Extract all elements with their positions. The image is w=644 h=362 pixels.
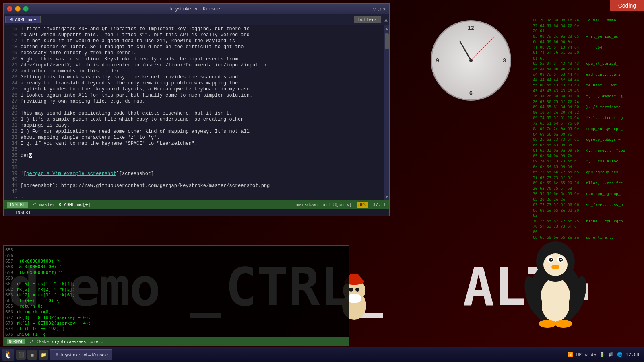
line-text: coming sooner or later. So I thought it …	[21, 44, 244, 50]
status-right: markdown utf-8[unix] 88% 37: 1	[296, 202, 386, 208]
line-number: 40	[5, 177, 17, 183]
clock-center-dot	[469, 59, 473, 62]
line-number: 41	[5, 183, 17, 189]
vim-line-26: 26I looked again into X11 for this part …	[5, 93, 383, 99]
network-icon-2[interactable]: 🌐	[617, 352, 623, 357]
scroll-up[interactable]: ▲	[385, 25, 389, 31]
line-number: 38	[5, 165, 17, 171]
bottom-line: 666rk += rk +=8;	[5, 309, 347, 315]
scroll-thumb[interactable]	[385, 33, 389, 49]
close-icon[interactable]: ✕	[383, 6, 386, 12]
clock-9: 9	[436, 57, 439, 64]
vim-line-25: 25english keycodes to other keyboard lay…	[5, 86, 383, 93]
vim-line-42: 42	[5, 189, 383, 195]
hp-icon[interactable]: HP	[576, 352, 582, 357]
bottom-line: 657 (0x000000f00) ^	[5, 259, 347, 264]
line-number: 32	[5, 129, 17, 135]
line-number: 37	[5, 159, 17, 165]
line-number: 18	[5, 44, 17, 50]
line-text: I'm not sure if it would be a good idea …	[21, 38, 235, 44]
line-text: 2.) For our application we need some oth…	[21, 129, 250, 135]
volume-icon[interactable]: 🔊	[608, 352, 614, 357]
minimize-button[interactable]: −	[15, 6, 21, 12]
maximize-button[interactable]: □	[23, 6, 29, 12]
keyboard-layout[interactable]: de	[591, 352, 596, 357]
line-text: ![gergap's Vim example screenshot][scree…	[21, 171, 154, 177]
close-button[interactable]: ✕	[7, 6, 12, 12]
buffers-button[interactable]: buffers	[354, 16, 381, 23]
line-number: 20	[5, 56, 17, 62]
vim-line-33: 33about mapping single characters like '…	[5, 135, 383, 141]
restore-icon[interactable]: ○	[378, 6, 381, 12]
taskbar-window-konsole[interactable]: 🖥 keystroke : vi – Konsole	[50, 349, 112, 360]
terminal-icon: ▣	[31, 352, 33, 358]
taskbar-clock: 12:08	[626, 352, 639, 357]
bottom-konsole-content[interactable]: 655656657 (0x000000f00) ^658 & 0x00000ff…	[4, 246, 349, 345]
folder-icon: 📁	[41, 352, 47, 358]
svg-point-10	[551, 265, 559, 269]
tux-penguin	[515, 237, 596, 330]
vim-line-32: 322.) For our application we need some o…	[5, 129, 383, 135]
vim-line-27: 27Providing my own mapping file, e.g. de…	[5, 99, 383, 105]
line-number: 34	[5, 141, 17, 147]
line-text: E.g. if you want to map the keyname "SPA…	[21, 141, 197, 147]
line-text: english keycodes to other keyboard layou…	[21, 86, 252, 93]
svg-point-19	[349, 288, 353, 292]
battery-icon[interactable]: 🔋	[599, 352, 605, 357]
clock-3: 3	[503, 57, 506, 64]
line-number: 28	[5, 105, 17, 111]
line-number: 24	[5, 80, 17, 86]
line-number: 36	[5, 153, 17, 159]
line-text: I looked again into X11 for this part bu…	[21, 93, 252, 99]
vim-line-16: 16no API which supports this. Then I tri…	[5, 32, 383, 38]
right-labels-panel	[586, 16, 644, 237]
scrollbar[interactable]: ▲ ▼	[384, 25, 389, 200]
vim-line-31: 31mappings is easy.	[5, 123, 383, 129]
line-text: about mapping single characters like 'z'…	[21, 135, 160, 141]
bottom-file: crypto/aes/aes_core.c	[52, 339, 103, 344]
scroll-down[interactable]: ▼	[385, 194, 389, 200]
bottom-line: 664if (++i == 10) {	[5, 298, 347, 304]
bottom-line: 656	[5, 253, 347, 259]
scroll-up-arrow[interactable]: ▲	[384, 16, 388, 23]
bottom-branch-icon: ⎇	[29, 339, 33, 344]
desktop-icon: ⬛	[18, 352, 24, 358]
taskbar-window-label: keystroke : vi – Konsole	[61, 352, 108, 357]
vim-line-37: 37	[5, 159, 383, 165]
bottom-line: 672rk[0] = GETU32(userkey + 0);	[5, 315, 347, 321]
app-menu-button[interactable]: 🐧	[2, 349, 14, 361]
clock-hour-hand	[459, 41, 471, 61]
clock-widget: 12 3 6 9	[431, 20, 511, 101]
line-text: and other documents in this folder.	[21, 68, 122, 74]
line-number: 23	[5, 74, 17, 80]
taskbar-icon-2[interactable]: ▣	[27, 350, 37, 360]
bottom-statusbar: NORMAL ⎇ CMake crypto/aes/aes_core.c	[4, 337, 349, 346]
taskbar-icon-3[interactable]: 📁	[39, 350, 48, 360]
svg-point-12	[555, 320, 572, 328]
vim-line-~: ~~	[5, 195, 383, 200]
vim-line-29: 29This may sound like duplicating code t…	[5, 111, 383, 117]
tabs-row: README.md+ buffers ▲	[4, 14, 389, 25]
line-text: necessary info directly from the kernel.	[21, 50, 136, 56]
line-text: no API which supports this. Then I tried…	[21, 32, 250, 38]
tab-readme[interactable]: README.md+	[5, 16, 41, 23]
network-icon[interactable]: 📶	[568, 352, 573, 357]
line-text: /dev/input/eventX, which is documented i…	[21, 62, 270, 68]
bottom-branch: CMake	[37, 339, 49, 344]
bottom-line: 659 (& 0x000000ff) ^	[5, 270, 347, 276]
bottom-line: 675while (1) {	[5, 332, 347, 337]
taskbar-icon-1[interactable]: ⬛	[16, 350, 26, 360]
vim-line-23: 23Getting this to work was really easy. …	[5, 74, 383, 80]
vim-line-34: 34E.g. if you want to map the keyname "S…	[5, 141, 383, 147]
settings-icon[interactable]: ⚙	[585, 352, 588, 357]
coding-button[interactable]: Coding	[610, 0, 644, 11]
clock-face: 12 3 6 9	[431, 20, 511, 101]
bottom-line: 665 return 0;	[5, 304, 347, 309]
line-text: 1.) It's a simple plain text file which …	[21, 117, 244, 123]
minimize-icon[interactable]: ▽	[373, 6, 376, 12]
line-number: 25	[5, 86, 17, 93]
vim-line-38: 38	[5, 165, 383, 171]
line-number: ~	[5, 195, 17, 200]
vim-editor-content[interactable]: 15I first invetigates KDE and Qt librari…	[4, 25, 384, 200]
vim-line-21: 21/dev/input/eventX, which is documented…	[5, 62, 383, 68]
